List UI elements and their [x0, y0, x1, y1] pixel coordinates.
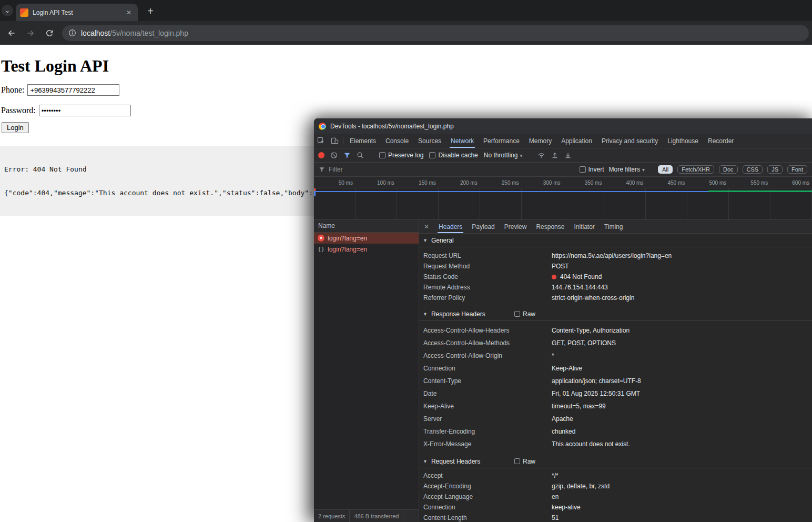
request-raw-checkbox[interactable]: Raw	[514, 458, 535, 465]
filter-chip-fetch-xhr[interactable]: Fetch/XHR	[677, 165, 714, 174]
invert-checkbox[interactable]: Invert	[580, 166, 604, 173]
address-bar[interactable]: localhost/5v/noma/test_login.php	[62, 25, 809, 41]
forward-icon	[26, 29, 35, 37]
timeline-overview[interactable]	[314, 188, 812, 220]
network-conditions-icon[interactable]	[537, 152, 545, 159]
devtools-tab-performance[interactable]: Performance	[479, 134, 524, 148]
device-toolbar-button[interactable]	[328, 134, 341, 148]
more-filters-button[interactable]: More filters ▾	[609, 166, 645, 173]
login-button[interactable]: Login	[2, 122, 29, 133]
raw-label: Raw	[523, 458, 535, 465]
request-row[interactable]: {} login?lang=en	[314, 244, 419, 255]
devtools-tab-sources[interactable]: Sources	[413, 134, 446, 148]
phone-row: Phone:	[1, 84, 812, 96]
url-host: localhost	[81, 29, 110, 37]
chevron-down-icon: ▾	[520, 153, 522, 158]
tab-close-icon[interactable]: ✕	[124, 8, 134, 17]
raw-label: Raw	[523, 310, 535, 318]
phone-input[interactable]	[27, 84, 119, 96]
chevron-down-icon: ▾	[642, 167, 645, 173]
devtools-tab-recorder[interactable]: Recorder	[703, 134, 738, 148]
back-icon	[7, 29, 16, 37]
response-headers-section-header[interactable]: ▼ Response Headers Raw	[419, 307, 812, 321]
preserve-log-checkbox[interactable]: Preserve log	[379, 152, 423, 159]
request-row[interactable]: ✕ login?lang=en	[314, 233, 419, 244]
header-value: keep-alive	[552, 504, 581, 511]
detail-tab-headers[interactable]: Headers	[434, 220, 467, 233]
header-key: Status Code	[423, 273, 552, 280]
timeline-tick: 100 ms	[356, 177, 397, 188]
devtools-tab-memory[interactable]: Memory	[524, 134, 556, 148]
filter-chip-font[interactable]: Font	[787, 165, 807, 174]
header-key: Request URL	[423, 252, 552, 259]
filter-chip-js[interactable]: JS	[767, 165, 783, 174]
response-headers-section: Access-Control-Allow-Headers Content-Typ…	[419, 321, 812, 455]
header-key: Accept-Language	[423, 493, 552, 500]
braces-icon: {}	[318, 246, 324, 253]
throttling-select[interactable]: No throttling ▾	[484, 152, 523, 159]
name-column-header[interactable]: Name	[314, 220, 419, 233]
new-tab-button[interactable]: +	[143, 4, 158, 18]
inspect-element-button[interactable]	[314, 134, 328, 148]
import-har-icon[interactable]	[551, 152, 559, 159]
header-row: Server Apache	[419, 413, 812, 425]
response-raw-checkbox[interactable]: Raw	[514, 310, 535, 318]
header-row: Request Method POST	[419, 261, 812, 272]
header-value: 404 Not Found	[552, 273, 602, 280]
password-label: Password:	[1, 106, 36, 115]
filter-chip-css[interactable]: CSS	[743, 165, 763, 174]
browser-toolbar: localhost/5v/noma/test_login.php	[0, 21, 812, 45]
general-section: Request URL https://noma.5v.ae/api/users…	[419, 247, 812, 307]
header-key: X-Error-Message	[423, 440, 552, 448]
general-section-header[interactable]: ▼ General	[419, 234, 812, 247]
devtools-tab-console[interactable]: Console	[381, 134, 413, 148]
close-icon[interactable]: ✕	[419, 220, 434, 233]
reload-button[interactable]	[41, 25, 58, 42]
phone-label: Phone:	[1, 85, 24, 95]
page-title: Test Login API	[1, 56, 812, 76]
export-har-icon[interactable]	[564, 152, 572, 159]
devtools-tab-application[interactable]: Application	[556, 134, 597, 148]
forward-button[interactable]	[22, 25, 39, 42]
dom-content-loaded-marker	[314, 191, 316, 196]
back-button[interactable]	[3, 25, 20, 42]
filter-input[interactable]: Filter	[319, 166, 575, 173]
header-key: Remote Address	[423, 284, 552, 291]
site-info-icon[interactable]	[68, 29, 76, 37]
record-icon[interactable]	[318, 152, 324, 158]
devtools-tab-lighthouse[interactable]: Lighthouse	[663, 134, 703, 148]
search-icon[interactable]	[357, 152, 364, 159]
detail-tab-timing[interactable]: Timing	[600, 220, 628, 233]
timeline-tick: 600 ms	[770, 177, 812, 188]
network-main: Name ✕ login?lang=en {} login?lang=en 2 …	[314, 220, 812, 522]
devtools-tab-elements[interactable]: Elements	[345, 134, 381, 148]
browser-tab[interactable]: Login API Test ✕	[16, 4, 138, 21]
devtools-tab-privacy[interactable]: Privacy and security	[597, 134, 663, 148]
header-key: Referrer Policy	[423, 294, 552, 302]
disclosure-triangle-icon: ▼	[423, 238, 428, 243]
browser-tabstrip: ⌄ Login API Test ✕ +	[0, 0, 812, 21]
filter-chip-all[interactable]: All	[658, 165, 673, 174]
filter-funnel-icon[interactable]	[343, 152, 351, 159]
disable-cache-checkbox[interactable]: Disable cache	[429, 152, 478, 159]
header-value: application/json; charset=UTF-8	[552, 377, 641, 385]
header-row: Referrer Policy strict-origin-when-cross…	[419, 293, 812, 303]
clear-icon[interactable]	[330, 152, 338, 159]
tab-search-button[interactable]: ⌄	[2, 5, 13, 16]
request-headers-section-header[interactable]: ▼ Request Headers Raw	[419, 455, 812, 468]
detail-tab-preview[interactable]: Preview	[500, 220, 532, 233]
header-key: Access-Control-Allow-Origin	[423, 352, 552, 359]
devtools-titlebar[interactable]: DevTools - localhost/5v/noma/test_login.…	[314, 118, 812, 134]
detail-tab-initiator[interactable]: Initiator	[569, 220, 599, 233]
password-input[interactable]	[39, 105, 131, 116]
header-value: This account does not exist.	[552, 440, 630, 448]
devtools-tab-network[interactable]: Network	[446, 134, 479, 148]
header-value: https://noma.5v.ae/api/users/login?lang=…	[552, 252, 672, 259]
general-section-title: General	[431, 237, 454, 244]
filter-chip-doc[interactable]: Doc	[719, 165, 738, 174]
detail-tab-payload[interactable]: Payload	[467, 220, 499, 233]
detail-tab-response[interactable]: Response	[531, 220, 569, 233]
network-filter-bar: Filter Invert More filters ▾ All Fetch/X…	[314, 163, 812, 177]
header-key: Keep-Alive	[423, 403, 552, 410]
header-key: Access-Control-Allow-Headers	[423, 327, 552, 334]
